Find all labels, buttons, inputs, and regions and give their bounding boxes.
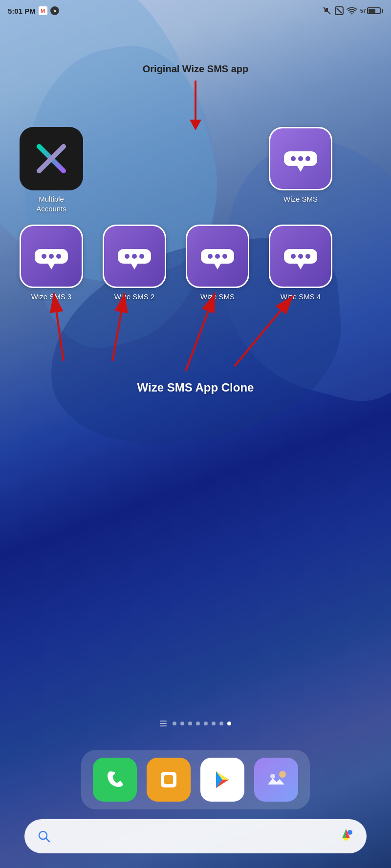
search-icon: [36, 828, 52, 844]
app-wize-sms-4[interactable]: Wize SMS 4: [264, 225, 337, 302]
notification-close-icon: ✕: [50, 6, 59, 15]
page-dot-3[interactable]: [188, 722, 192, 725]
svg-point-17: [279, 771, 286, 778]
status-right: 57: [322, 6, 383, 16]
wize-sms-2-label: Wize SMS 2: [114, 292, 155, 302]
svg-line-2: [337, 8, 342, 13]
page-dot-7[interactable]: [219, 722, 223, 725]
bubble-dot-1: [125, 254, 130, 259]
top-annotation-label: Original Wize SMS app: [143, 63, 249, 75]
original-arrow: [190, 81, 201, 130]
search-left: [36, 828, 52, 844]
mute-icon: [322, 6, 332, 16]
search-bar-logo: [337, 827, 355, 846]
page-dot-5[interactable]: [204, 722, 208, 725]
bubble-dot-2: [298, 254, 303, 259]
wize-sms-2-icon: [103, 225, 166, 288]
battery-percent: 57: [360, 8, 366, 14]
bubble-dot-1: [291, 156, 296, 161]
page-menu-icon: [160, 721, 167, 726]
gmail-icon: M: [39, 6, 47, 15]
svg-line-9: [235, 295, 293, 366]
bubble-dot-2: [132, 254, 137, 259]
wize-sms-clone-icon: [186, 225, 249, 288]
page-indicators: [160, 721, 231, 726]
svg-rect-11: [164, 775, 173, 784]
app-wize-sms-original[interactable]: Wize SMS: [264, 127, 337, 204]
bubble-dot-3: [305, 156, 310, 161]
bubble-dot-1: [208, 254, 213, 259]
wize-sms-3-icon: [20, 225, 83, 288]
svg-line-6: [54, 293, 64, 361]
wize-sms-original-label: Wize SMS: [283, 194, 318, 204]
multiple-accounts-icon: [20, 127, 83, 190]
bubble-dot-2: [49, 254, 54, 259]
wize-sms-3-label: Wize SMS 3: [31, 292, 72, 302]
wifi-icon: [347, 7, 357, 15]
app-wize-sms-clone[interactable]: Wize SMS: [181, 225, 254, 302]
bubble-dot-1: [42, 254, 46, 259]
bubble-dot-3: [222, 254, 227, 259]
status-time: 5:01 PM: [8, 7, 36, 15]
search-bar[interactable]: [24, 819, 367, 853]
wize-sms-4-label: Wize SMS 4: [281, 292, 321, 302]
app-multiple-accounts[interactable]: MultipleAccounts: [15, 127, 88, 213]
dock-phone[interactable]: [93, 758, 137, 802]
wize-sms-clone-label: Wize SMS: [200, 292, 235, 302]
svg-line-7: [112, 293, 125, 361]
battery-icon: 57: [360, 7, 383, 14]
bubble-dot-3: [56, 254, 61, 259]
svg-point-16: [270, 774, 275, 779]
bubble-dot-3: [139, 254, 144, 259]
screen-record-icon: [335, 6, 344, 15]
page-dot-1[interactable]: [173, 722, 176, 725]
bubble-dot-3: [305, 254, 310, 259]
bubble-dot-1: [291, 254, 296, 259]
app-dock: [81, 750, 310, 809]
app-wize-sms-3[interactable]: Wize SMS 3: [15, 225, 88, 302]
page-dot-2[interactable]: [180, 722, 184, 725]
dock-gallery[interactable]: [254, 758, 298, 802]
svg-line-19: [46, 838, 49, 842]
page-dot-8-active[interactable]: [227, 722, 231, 725]
multiple-accounts-label: MultipleAccounts: [36, 194, 66, 213]
top-app-row: MultipleAccounts Wize SMS: [15, 127, 337, 213]
status-bar: 5:01 PM M ✕: [0, 0, 391, 21]
svg-line-8: [186, 293, 215, 371]
status-left: 5:01 PM M ✕: [8, 6, 59, 15]
page-dot-6[interactable]: [212, 722, 216, 725]
bubble-dot-2: [298, 156, 303, 161]
page-dot-4[interactable]: [196, 722, 200, 725]
dock-square-app[interactable]: [147, 758, 191, 802]
app-wize-sms-2[interactable]: Wize SMS 2: [98, 225, 171, 302]
dock-play-store[interactable]: [200, 758, 244, 802]
bubble-dot-2: [215, 254, 220, 259]
svg-point-21: [348, 830, 352, 835]
wize-sms-4-icon: [269, 225, 332, 288]
clone-annotation-label: Wize SMS App Clone: [137, 381, 254, 394]
wize-sms-original-icon: [269, 127, 332, 190]
bottom-app-row: Wize SMS 3 Wize SMS 2 Wize: [15, 225, 337, 302]
